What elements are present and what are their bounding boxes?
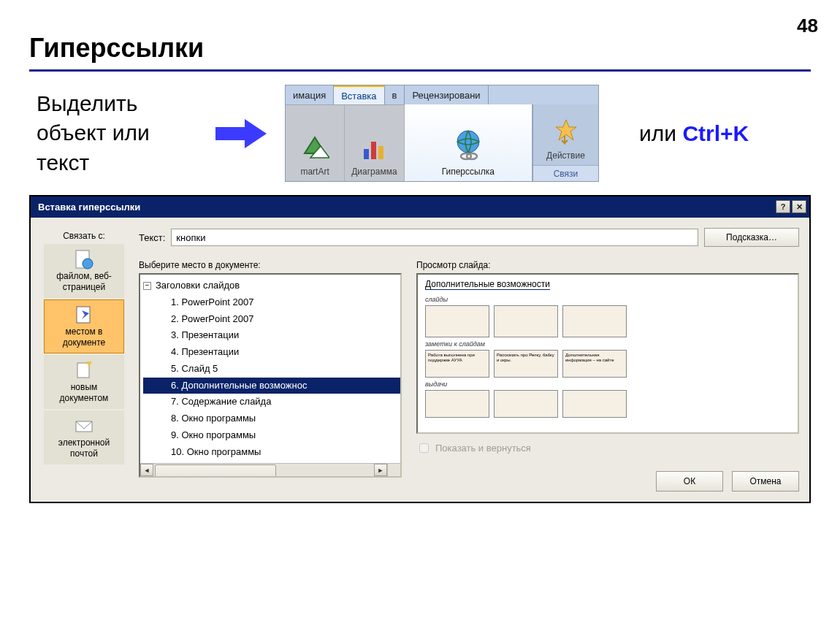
preview-note-thumb: Рассказать про Репку, бабку и окры. xyxy=(494,350,558,378)
dialog-main: Текст: Подсказка… Выберите место в докум… xyxy=(139,228,799,492)
sidebar-file-web[interactable]: файлом, веб-страницей xyxy=(44,244,124,298)
tree-item[interactable]: 8. Окно программы xyxy=(143,410,400,427)
svg-rect-3 xyxy=(371,142,376,159)
smartart-icon xyxy=(300,133,329,162)
preview-thumb xyxy=(494,305,558,337)
collapse-icon[interactable]: − xyxy=(143,282,151,290)
preview-handout-thumb xyxy=(562,390,627,418)
ribbon-item-hyperlink[interactable]: Гиперссылка xyxy=(405,104,533,181)
sidebar-item-label: файлом, веб-страницей xyxy=(46,271,122,293)
preview-slide-title: Дополнительные возможности xyxy=(425,279,550,290)
link-to-label: Связать с: xyxy=(63,231,105,241)
scroll-right-button[interactable]: ► xyxy=(374,464,387,476)
show-and-return: Показать и вернуться xyxy=(416,441,799,455)
tree-item[interactable]: 9. Окно программы xyxy=(143,427,400,444)
ribbon-snippet: имация Вставка в Рецензировани martArt xyxy=(285,85,599,182)
svg-rect-11 xyxy=(77,307,90,323)
hint-button[interactable]: Подсказка… xyxy=(704,228,799,247)
tree-item[interactable]: 5. Слайд 5 xyxy=(143,361,400,378)
preview-handout-thumb xyxy=(494,390,558,418)
tree-item[interactable]: 3. Презентации xyxy=(143,327,400,344)
place-in-doc-icon xyxy=(73,305,95,325)
tree-item[interactable]: 6. Дополнительные возможнос xyxy=(143,378,400,394)
close-button[interactable]: ✕ xyxy=(792,200,806,213)
ribbon-tab[interactable]: Рецензировани xyxy=(405,85,488,104)
svg-point-10 xyxy=(83,259,93,269)
show-return-checkbox xyxy=(419,443,429,453)
insert-hyperlink-dialog: Вставка гиперссылки ? ✕ Связать с: файло… xyxy=(29,195,811,503)
svg-rect-15 xyxy=(76,421,92,432)
action-icon xyxy=(551,117,581,146)
email-icon xyxy=(73,416,95,436)
tree-item[interactable]: 2. PowerPoint 2007 xyxy=(143,311,400,328)
preview-handout-thumb xyxy=(425,390,489,418)
shortcut-text: или Ctrl+K xyxy=(639,121,749,146)
instruction-row: Выделить объект или текст имация Вставка… xyxy=(37,85,811,182)
sidebar-item-label: новым документом xyxy=(46,382,122,404)
ribbon-tab[interactable]: в xyxy=(385,85,405,104)
sidebar-email[interactable]: электронной почтой xyxy=(44,410,124,464)
document-tree[interactable]: − Заголовки слайдов 1. PowerPoint 20072.… xyxy=(139,273,402,478)
choose-place-label: Выберите место в документе: xyxy=(139,260,402,270)
sidebar-item-label: местом в документе xyxy=(46,326,122,348)
new-doc-icon xyxy=(73,360,95,380)
tree-item[interactable]: 1. PowerPoint 2007 xyxy=(143,294,400,311)
ribbon-item-action[interactable]: Действие xyxy=(533,104,598,165)
tree-root[interactable]: − Заголовки слайдов xyxy=(143,278,400,294)
tree-item[interactable]: 4. Презентации xyxy=(143,344,400,361)
ribbon-group-label: Связи xyxy=(533,165,598,181)
ribbon-item-label: martArt xyxy=(300,167,329,177)
cancel-button[interactable]: Отмена xyxy=(732,471,799,492)
preview-note-thumb: Дополнительная информация – на сайте xyxy=(562,350,627,378)
h-scrollbar[interactable]: ◄ ► xyxy=(140,463,387,476)
svg-rect-4 xyxy=(378,146,383,159)
slide-preview: Дополнительные возможности слайды заметк… xyxy=(416,273,799,434)
dialog-titlebar: Вставка гиперссылки ? ✕ xyxy=(31,196,809,218)
tree-item[interactable]: 10. Окно программы xyxy=(143,444,400,461)
svg-point-5 xyxy=(457,131,479,153)
hyperlink-text-input[interactable] xyxy=(171,229,698,246)
ok-button[interactable]: ОК xyxy=(656,471,723,492)
ribbon-item-chart[interactable]: Диаграмма xyxy=(345,105,404,181)
ribbon-item-label: Гиперссылка xyxy=(442,167,495,177)
shortcut-key: Ctrl+K xyxy=(682,121,749,145)
ribbon-tab[interactable]: имация xyxy=(286,85,334,104)
dialog-title: Вставка гиперссылки xyxy=(38,202,140,213)
chart-icon xyxy=(359,133,389,162)
ribbon-item-smartart[interactable]: martArt xyxy=(286,105,345,181)
ribbon-item-label: Действие xyxy=(546,150,585,161)
svg-rect-13 xyxy=(77,363,89,378)
svg-marker-8 xyxy=(556,120,576,140)
sidebar-new-doc[interactable]: новым документом xyxy=(44,355,124,409)
scroll-thumb[interactable] xyxy=(155,464,276,478)
preview-thumb xyxy=(562,305,627,337)
ribbon-body: martArt Диаграмма xyxy=(286,104,598,181)
preview-note-thumb: Работа выполнена при поддержке АУУА xyxy=(425,350,489,378)
globe-link-icon xyxy=(451,129,485,162)
link-to-sidebar: Связать с: файлом, веб-страницей местом … xyxy=(37,228,131,492)
file-web-icon xyxy=(73,249,95,269)
text-label: Текст: xyxy=(139,232,165,243)
sidebar-item-label: электронной почтой xyxy=(46,437,122,459)
preview-label: Просмотр слайда: xyxy=(416,260,799,270)
scroll-left-button[interactable]: ◄ xyxy=(140,464,153,476)
svg-rect-2 xyxy=(364,149,369,159)
page-title: Гиперссылки xyxy=(29,33,811,72)
help-button[interactable]: ? xyxy=(776,200,790,213)
sidebar-place-in-doc[interactable]: местом в документе xyxy=(44,299,124,353)
tree-item[interactable]: 7. Содержание слайда xyxy=(143,394,400,410)
preview-thumb xyxy=(425,305,489,337)
instruction-text: Выделить объект или текст xyxy=(37,89,197,178)
ribbon-tabs: имация Вставка в Рецензировани xyxy=(286,85,598,104)
arrow-icon xyxy=(215,119,267,148)
ribbon-item-label: Диаграмма xyxy=(351,167,397,177)
ribbon-tab-active[interactable]: Вставка xyxy=(334,85,384,104)
